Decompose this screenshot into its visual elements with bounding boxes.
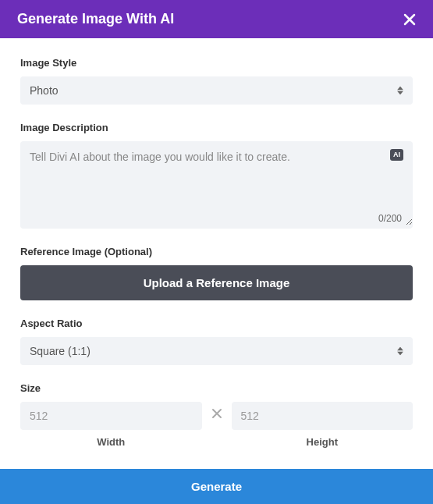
modal-content: Image Style Photo Image Description AI 0… [0, 38, 433, 448]
size-field: Size Width Height [20, 382, 413, 448]
generate-button[interactable]: Generate [0, 469, 433, 504]
height-sublabel: Height [232, 436, 413, 448]
close-icon [403, 13, 416, 26]
image-style-select-wrapper: Photo [20, 76, 413, 105]
modal-footer: Generate [0, 469, 433, 504]
aspect-ratio-select-wrapper: Square (1:1) [20, 337, 413, 365]
aspect-ratio-select[interactable]: Square (1:1) [20, 337, 413, 365]
times-icon [211, 408, 222, 419]
width-sublabel: Width [20, 436, 202, 448]
height-column: Height [232, 402, 413, 448]
image-style-select[interactable]: Photo [20, 76, 413, 105]
modal-title: Generate Image With AI [17, 11, 174, 27]
height-input[interactable] [232, 402, 413, 430]
reference-image-label: Reference Image (Optional) [20, 246, 413, 257]
image-description-textarea[interactable] [20, 141, 413, 225]
size-label: Size [20, 382, 413, 394]
ai-badge[interactable]: AI [390, 149, 403, 161]
aspect-ratio-field: Aspect Ratio Square (1:1) [20, 318, 413, 365]
image-style-field: Image Style Photo [20, 57, 413, 105]
modal-header: Generate Image With AI [0, 0, 433, 38]
size-row: Width Height [20, 402, 413, 448]
width-column: Width [20, 402, 202, 448]
size-separator [211, 402, 222, 419]
image-description-label: Image Description [20, 122, 413, 133]
image-style-label: Image Style [20, 57, 413, 69]
width-input[interactable] [20, 402, 202, 430]
aspect-ratio-label: Aspect Ratio [20, 318, 413, 329]
reference-image-field: Reference Image (Optional) Upload a Refe… [20, 246, 413, 300]
close-button[interactable] [403, 13, 416, 26]
image-description-wrapper: AI 0/200 [20, 141, 413, 229]
image-description-field: Image Description AI 0/200 [20, 122, 413, 229]
upload-reference-button[interactable]: Upload a Reference Image [20, 265, 413, 300]
